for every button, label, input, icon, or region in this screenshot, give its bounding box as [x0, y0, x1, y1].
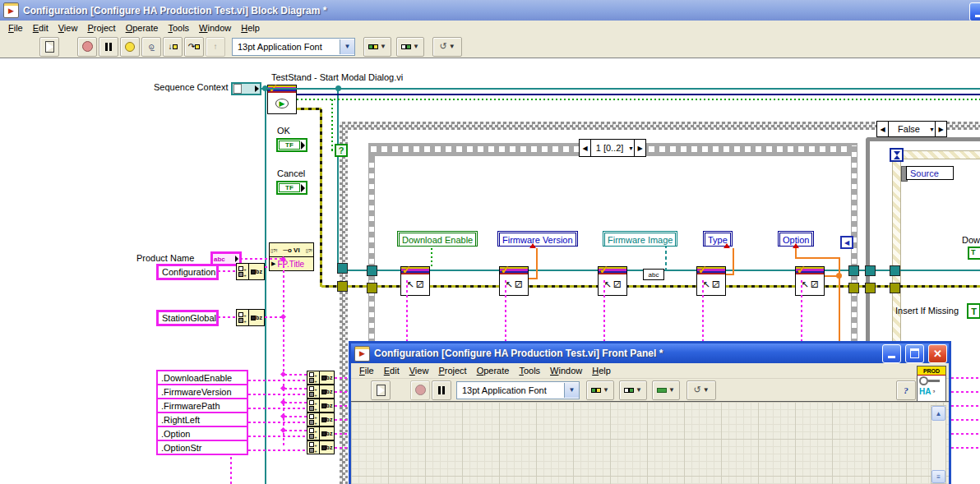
set-property-subvi[interactable]: ✓↖⚂	[598, 266, 627, 296]
wire-string[interactable]	[248, 422, 307, 423]
step-into-button[interactable]: ↓	[163, 37, 183, 57]
tunnel-error[interactable]	[890, 283, 900, 293]
fp-distribute-objects-dropdown[interactable]: ▼	[619, 380, 647, 400]
wire-boolean[interactable]	[297, 99, 980, 100]
bd-menu-help[interactable]: Help	[236, 22, 265, 34]
wire-string[interactable]	[248, 449, 307, 451]
wire-numeric[interactable]	[795, 257, 840, 259]
fp-pause-button[interactable]	[432, 380, 451, 400]
wire-string[interactable]	[603, 279, 605, 342]
tunnel-teal[interactable]	[865, 265, 876, 276]
wire-boolean[interactable]	[431, 247, 432, 266]
wire-string[interactable]	[248, 436, 307, 437]
event-structure-top-border[interactable]	[892, 150, 980, 159]
fp-reorder-dropdown[interactable]: ↺▼	[686, 380, 716, 400]
fp-menu-help[interactable]: Help	[587, 365, 616, 376]
vi-property-node[interactable]: ▯?! ─o VI ▯?! ▶ FP.Title	[269, 242, 314, 271]
download-enable-label[interactable]: Download Enable	[397, 231, 478, 247]
wire-string[interactable]	[284, 430, 307, 431]
fp-titlebar[interactable]: ▶ Configuration [Configure HA Production…	[351, 343, 949, 363]
wire-string[interactable]	[284, 388, 307, 390]
wire-boolean-drop[interactable]	[331, 99, 333, 150]
sequence-local-terminal[interactable]: ◀	[840, 236, 853, 249]
wire-numeric[interactable]	[733, 248, 734, 275]
insert-if-missing-label[interactable]: Insert If Missing	[895, 306, 959, 316]
pause-button[interactable]	[99, 37, 118, 57]
wire-string[interactable]	[284, 374, 307, 376]
wire-sequence-context-drop[interactable]	[337, 89, 339, 268]
event-data-source-item[interactable]: Source	[906, 166, 954, 180]
string-conversion-node[interactable]: abc	[643, 269, 664, 280]
wire-string[interactable]	[265, 266, 270, 268]
fp-close-button[interactable]: ✕	[928, 344, 947, 363]
next-frame-icon[interactable]: ▶	[634, 140, 645, 156]
prev-case-icon[interactable]: ◀	[877, 122, 889, 136]
step-out-button[interactable]: ↑	[206, 37, 225, 57]
highlight-execution-button[interactable]	[120, 37, 140, 57]
bd-menu-edit[interactable]: Edit	[28, 22, 53, 34]
case-selector[interactable]: ◀ False ▼ ▶	[876, 121, 947, 137]
tunnel-teal[interactable]	[890, 265, 900, 276]
station-globals-constant[interactable]: StationGlobals.	[156, 310, 219, 326]
tunnel-error[interactable]	[865, 283, 876, 293]
tunnel-error[interactable]	[367, 283, 377, 293]
step-over-button[interactable]: ↷	[184, 37, 204, 57]
concatenate-strings-node[interactable]: ++bz	[307, 413, 335, 426]
fp-panel-area[interactable]	[351, 401, 949, 484]
wire-numeric[interactable]	[536, 248, 538, 279]
download-enable-clipped-label[interactable]: Dow	[962, 235, 980, 245]
run-button[interactable]	[39, 37, 59, 57]
wire-string[interactable]	[248, 380, 307, 381]
concatenate-strings-node[interactable]: ++bz	[307, 426, 335, 440]
boolean-terminal-clipped[interactable]: T	[968, 247, 980, 260]
wire-sequence-context-branch[interactable]	[265, 89, 266, 484]
bd-menu-file[interactable]: File	[3, 22, 28, 34]
fp-window[interactable]: ▶ Configuration [Configure HA Production…	[349, 341, 951, 484]
tunnel-teal[interactable]	[848, 265, 859, 276]
wire-string[interactable]	[702, 279, 704, 342]
question-tunnel[interactable]: ?	[335, 144, 348, 157]
set-property-subvi[interactable]: ✓↖⚂	[795, 266, 825, 296]
bd-menu-tools[interactable]: Tools	[163, 22, 194, 34]
subvi-label[interactable]: TestStand - Start Modal Dialog.vi	[271, 72, 403, 82]
wire-sequence-context[interactable]	[261, 88, 980, 90]
wire-string[interactable]	[406, 279, 408, 342]
configuration-constant[interactable]: Configuration	[156, 264, 219, 280]
wire-string[interactable]	[284, 402, 307, 403]
fp-menu-file[interactable]: File	[354, 365, 379, 376]
ok-label[interactable]: OK	[277, 126, 290, 136]
sequence-context-label[interactable]: Sequence Context	[154, 82, 229, 92]
fp-resize-objects-dropdown[interactable]: ▼	[652, 380, 680, 400]
bd-menu-view[interactable]: View	[53, 22, 83, 34]
fp-menu-tools[interactable]: Tools	[514, 365, 545, 376]
set-property-subvi[interactable]: ✓↖⚂	[696, 266, 726, 296]
scroll-up-button[interactable]: ▲	[931, 406, 945, 421]
wire-error-main[interactable]	[348, 285, 980, 288]
wire-numeric[interactable]	[726, 274, 734, 275]
concatenate-strings-node[interactable]: ++bz	[307, 399, 335, 413]
property-constant[interactable]: .OptionStr	[156, 440, 248, 455]
bd-titlebar[interactable]: ▶ Configuration [Configure HA Production…	[0, 0, 980, 21]
fp-menu-edit[interactable]: Edit	[379, 365, 404, 376]
firmware-version-label[interactable]: Firmware Version	[497, 231, 578, 247]
wire-numeric[interactable]	[529, 278, 538, 279]
fp-font-selector[interactable]: 13pt Application Font ▼	[456, 381, 580, 399]
cancel-terminal[interactable]: TF	[276, 181, 307, 195]
case-structure-top-border[interactable]	[866, 137, 980, 141]
sequence-structure-left-border[interactable]	[368, 156, 375, 341]
wire-path[interactable]	[665, 247, 667, 271]
wire-string[interactable]	[248, 394, 307, 395]
fp-maximize-button[interactable]	[905, 344, 924, 363]
wire-string[interactable]	[284, 416, 307, 417]
bd-menu-project[interactable]: Project	[82, 22, 120, 34]
fp-vertical-scrollbar[interactable]: ▲ ≡	[931, 405, 946, 484]
chevron-down-icon[interactable]: ▼	[628, 145, 634, 151]
distribute-objects-dropdown[interactable]: ▼	[396, 37, 424, 57]
prev-frame-icon[interactable]: ◀	[580, 140, 591, 156]
wire-error[interactable]	[320, 109, 322, 287]
event-timeout-terminal[interactable]	[890, 148, 904, 162]
set-property-subvi[interactable]: ✓↖⚂	[400, 266, 430, 296]
ok-terminal[interactable]: TF	[276, 138, 307, 152]
fp-align-objects-dropdown[interactable]: ▼	[586, 380, 614, 400]
wire-error[interactable]	[297, 108, 321, 110]
